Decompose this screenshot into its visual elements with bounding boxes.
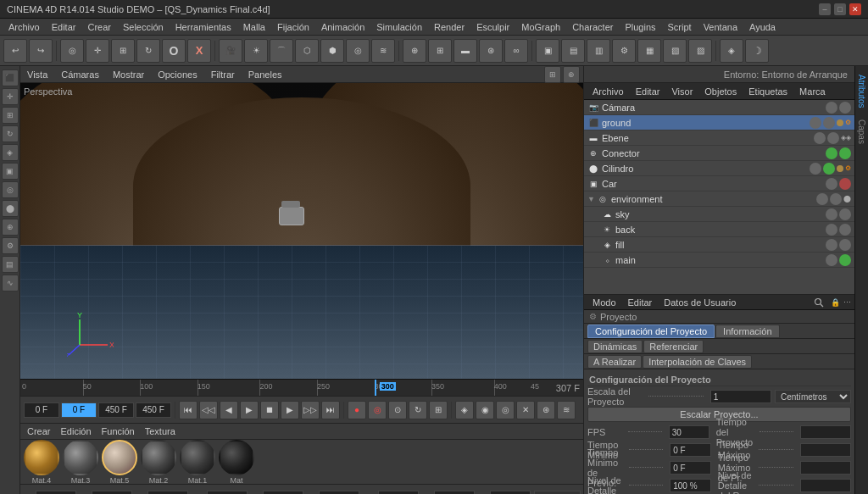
obj-vis2-ebene[interactable] [827, 132, 839, 144]
left-tool-6[interactable]: ◎ [2, 181, 19, 198]
tiempo-proyecto-input[interactable] [800, 425, 851, 439]
transport-field-end[interactable] [98, 402, 134, 418]
transport-field-current[interactable] [61, 402, 97, 418]
transport-goto-start[interactable]: ⏮ [179, 401, 198, 419]
toolbar-undo[interactable]: ↩ [3, 39, 27, 63]
vp-menu-paneles[interactable]: Paneles [245, 68, 286, 81]
toolbar-render-multi[interactable]: ▨ [688, 39, 712, 63]
toolbar-align[interactable]: ⊞ [428, 39, 452, 63]
vp-expand-btn[interactable]: ⊞ [544, 66, 561, 83]
obj-vis1-back[interactable] [826, 224, 837, 236]
tprevmax-input[interactable] [800, 461, 851, 475]
vp-menu-vista[interactable]: Vista [24, 68, 51, 81]
maximize-button[interactable]: □ [834, 3, 846, 15]
vp-menu-mostrar[interactable]: Mostrar [109, 68, 147, 81]
tprevmin-input[interactable] [670, 461, 711, 475]
menu-item-simulación[interactable]: Simulación [371, 20, 427, 34]
menu-item-plugins[interactable]: Plugins [620, 20, 660, 34]
menu-item-fijación[interactable]: Fijación [272, 20, 314, 34]
transport-key-opt[interactable]: ◎ [496, 401, 515, 419]
left-tool-rotate[interactable]: ↻ [2, 125, 19, 142]
menu-item-mograph[interactable]: MoGraph [516, 20, 565, 34]
obj-row-fill[interactable]: ◈ fill [584, 237, 854, 253]
material-item-mat0[interactable]: Mat [219, 440, 254, 485]
mat-menu-crear[interactable]: Crear [24, 425, 54, 438]
timeline-ruler[interactable]: 0 50 100 150 200 250 300 300 350 400 45 [20, 380, 541, 396]
obj-vis1-fill[interactable] [826, 239, 837, 251]
vp-menu-opciones[interactable]: Opciones [154, 68, 200, 81]
vp-menu-filtrar[interactable]: Filtrar [208, 68, 238, 81]
toolbar-misc1[interactable]: ◈ [720, 39, 743, 63]
toolbar-rotate[interactable]: ↻ [136, 39, 160, 63]
toolbar-anim[interactable]: ◎ [346, 39, 370, 63]
toolbar-deform[interactable]: ⬢ [320, 39, 344, 63]
toolbar-live[interactable]: ◎ [60, 39, 84, 63]
transport-prev-key[interactable]: ◁◁ [199, 401, 218, 419]
attr-row-tab-arealizar[interactable]: A Realizar [587, 355, 642, 369]
escala-unit-dropdown[interactable]: Centímetros [775, 390, 851, 403]
transport-record-rot[interactable]: ↻ [409, 401, 427, 419]
menu-item-character[interactable]: Character [567, 20, 618, 34]
material-ball-mat4[interactable] [24, 440, 59, 475]
toolbar-render-queue[interactable]: ▦ [637, 39, 661, 63]
menu-item-ventana[interactable]: Ventana [698, 20, 743, 34]
left-tool-scale[interactable]: ⊞ [2, 107, 19, 124]
vsub-tab-atributos[interactable]: Atributos [855, 69, 868, 113]
attr-tab-config[interactable]: Configuración del Proyecto [587, 325, 715, 338]
obj-vis2-camera[interactable] [839, 102, 851, 114]
toolbar-move[interactable]: ✛ [86, 39, 109, 63]
transport-prev-frame[interactable]: ◀ [220, 401, 238, 419]
rp-menu-etiquetas[interactable]: Etiquetas [743, 85, 793, 98]
transport-field-preview[interactable] [136, 402, 171, 418]
toolbar-cam[interactable]: 🎥 [219, 39, 242, 63]
transport-next-key[interactable]: ▷▷ [301, 401, 320, 419]
transport-next-frame[interactable]: ▶ [281, 401, 299, 419]
env-expand-icon[interactable]: ▼ [587, 195, 595, 203]
tf-y-input[interactable] [207, 491, 248, 495]
tmax-input[interactable] [800, 443, 851, 457]
close-button[interactable]: ✕ [849, 3, 861, 15]
toolbar-gen[interactable]: ⬡ [295, 39, 319, 63]
obj-row-conector[interactable]: ⊕ Conector [584, 146, 854, 161]
rp-menu-archivo[interactable]: Archivo [587, 85, 629, 98]
toolbar-floor[interactable]: ▬ [453, 39, 477, 63]
rp-menu-marca[interactable]: Marca [794, 85, 831, 98]
menu-item-render[interactable]: Render [429, 20, 470, 34]
toolbar-render-region[interactable]: ▣ [536, 39, 559, 63]
material-item-mat5[interactable]: Mat.5 [102, 440, 137, 485]
transport-field-start[interactable] [24, 402, 59, 418]
mat-menu-funcion[interactable]: Función [98, 425, 138, 438]
left-tool-8[interactable]: ⊕ [2, 219, 19, 236]
toolbar-inf[interactable]: ∞ [504, 39, 528, 63]
tf-sy-input[interactable] [263, 491, 303, 495]
transport-morph[interactable]: ⊛ [537, 401, 555, 419]
obj-row-environment[interactable]: ▼ ◎ environment ⬤ [584, 191, 854, 207]
vp-menu-cameras[interactable]: Cámaras [58, 68, 103, 81]
rp-menu-editar[interactable]: Editar [631, 85, 665, 98]
material-ball-mat0[interactable] [219, 440, 254, 475]
fps-input[interactable] [669, 425, 709, 439]
mat-menu-edicion[interactable]: Edición [58, 425, 95, 438]
tf-sx-input[interactable] [92, 491, 132, 495]
obj-vis1-ground[interactable] [810, 117, 821, 129]
toolbar-scale[interactable]: ⊞ [111, 39, 135, 63]
lod-render-input[interactable] [800, 479, 851, 492]
menu-item-ayuda[interactable]: Ayuda [744, 20, 781, 34]
obj-vis2-back[interactable] [839, 224, 851, 236]
tf-p-input[interactable] [319, 491, 359, 495]
obj-vis1-sky[interactable] [826, 208, 837, 220]
obj-row-cilindro[interactable]: ⬤ Cilindro ⚙ [584, 161, 854, 176]
transport-stop[interactable]: ⏹ [260, 401, 279, 419]
left-tool-move[interactable]: ✛ [2, 88, 19, 105]
mat-menu-textura[interactable]: Textura [142, 425, 179, 438]
menu-item-archivo[interactable]: Archivo [3, 20, 45, 34]
obj-vis1-conector[interactable] [826, 147, 837, 159]
material-ball-mat3[interactable] [63, 440, 98, 475]
obj-vis2-fill[interactable] [839, 239, 851, 251]
material-item-mat3[interactable]: Mat.3 [63, 440, 98, 485]
tf-sz-input[interactable] [434, 491, 475, 495]
toolbar-render-picture[interactable]: ▧ [663, 39, 687, 63]
obj-row-car[interactable]: ▣ Car [584, 176, 854, 191]
left-tool-4[interactable]: ◈ [2, 144, 19, 161]
viewport[interactable]: X Y Z Perspectiva [20, 83, 583, 379]
